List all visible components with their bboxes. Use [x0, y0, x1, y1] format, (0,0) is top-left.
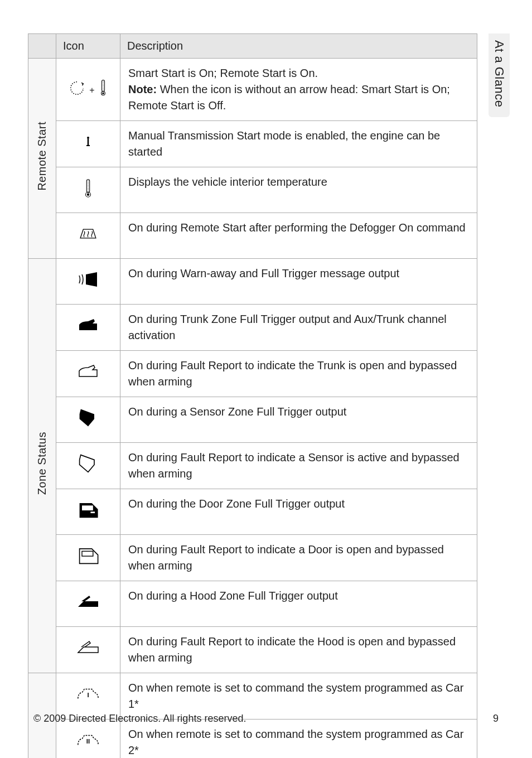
- group-remote-start: Remote Start: [28, 59, 56, 259]
- desc-cell: Smart Start is On; Remote Start is On. N…: [120, 59, 477, 121]
- header-description: Description: [120, 34, 477, 59]
- desc-cell: On during Remote Start after performing …: [120, 213, 477, 259]
- desc-text: Smart Start is On; Remote Start is On.: [128, 67, 318, 79]
- sensor-solid-icon: [56, 397, 120, 443]
- section-tab: At a Glance: [489, 33, 510, 117]
- desc-cell: On during Fault Report to indicate a Sen…: [120, 443, 477, 489]
- desc-cell: On during Warn-away and Full Trigger mes…: [120, 259, 477, 305]
- svg-rect-7: [86, 179, 89, 192]
- group-label: Remote Start: [34, 122, 50, 191]
- page-footer: © 2009 Directed Electronics. All rights …: [33, 713, 499, 725]
- car2-icon: II: [56, 720, 120, 759]
- desc-cell: On during Fault Report to indicate the T…: [120, 351, 477, 397]
- svg-rect-6: [86, 145, 90, 146]
- svg-point-3: [102, 92, 104, 94]
- desc-cell: Manual Transmission Start mode is enable…: [120, 121, 477, 167]
- svg-point-10: [87, 193, 90, 196]
- icon-description-table: Icon Description Remote Start +: [28, 33, 477, 758]
- header-icon: Icon: [56, 34, 120, 59]
- svg-text:I: I: [87, 692, 89, 698]
- siren-icon: [56, 259, 120, 305]
- door-solid-icon: [56, 489, 120, 535]
- page-number: 9: [493, 713, 499, 725]
- desc-cell: On during Trunk Zone Full Trigger output…: [120, 305, 477, 351]
- hood-outline-icon: [56, 627, 120, 673]
- sensor-outline-icon: [56, 443, 120, 489]
- desc-cell: On during the Door Zone Full Trigger out…: [120, 489, 477, 535]
- desc-cell: On during a Hood Zone Full Trigger outpu…: [120, 581, 477, 627]
- door-outline-icon: [56, 535, 120, 581]
- desc-text: When the icon is without an arrow head: …: [128, 83, 450, 112]
- svg-rect-13: [82, 551, 93, 556]
- thermometer-icon: [56, 167, 120, 213]
- group-zone-status: Zone Status: [28, 259, 56, 673]
- svg-text:II: II: [86, 738, 90, 745]
- desc-cell: On during Fault Report to indicate the H…: [120, 627, 477, 673]
- note-label: Note:: [128, 83, 157, 95]
- desc-cell: Displays the vehicle interior temperatur…: [120, 167, 477, 213]
- trunk-solid-icon: [56, 305, 120, 351]
- trunk-outline-icon: [56, 351, 120, 397]
- copyright-text: © 2009 Directed Electronics. All rights …: [33, 713, 246, 725]
- desc-cell: On when remote is set to command the sys…: [120, 720, 477, 759]
- smart-start-remote-start-icon: +: [56, 59, 120, 121]
- desc-cell: On during a Sensor Zone Full Trigger out…: [120, 397, 477, 443]
- svg-rect-12: [90, 511, 95, 513]
- hood-solid-icon: [56, 581, 120, 627]
- svg-point-4: [87, 137, 89, 139]
- group-label: Zone Status: [34, 432, 50, 495]
- svg-rect-11: [82, 505, 93, 510]
- defogger-icon: [56, 213, 120, 259]
- manual-transmission-icon: [56, 121, 120, 167]
- header-blank: [28, 34, 56, 59]
- desc-cell: On during Fault Report to indicate a Doo…: [120, 535, 477, 581]
